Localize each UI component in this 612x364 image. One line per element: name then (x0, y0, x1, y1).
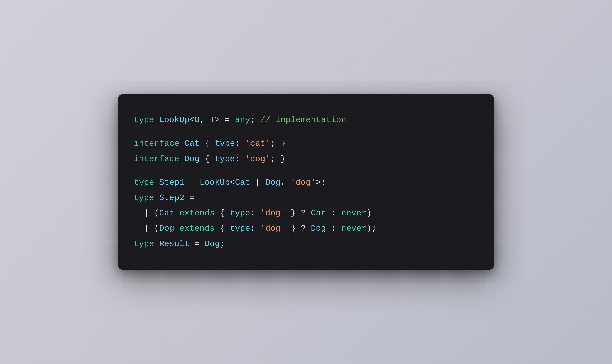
code-window: type LookUp<U, T> = any; // implementati… (118, 94, 494, 270)
code-line-2: interface Cat { type: 'cat'; } (134, 136, 478, 151)
code-line-4: type Step1 = LookUp<Cat | Dog, 'dog'>; (134, 175, 478, 190)
blank-line-1 (134, 128, 478, 136)
code-line-5: type Step2 = (134, 190, 478, 206)
code-line-6: | (Cat extends { type: 'dog' } ? Cat : n… (134, 206, 478, 221)
code-line-3: interface Dog { type: 'dog'; } (134, 151, 478, 167)
code-block: type LookUp<U, T> = any; // implementati… (134, 112, 478, 252)
code-line-7: | (Dog extends { type: 'dog' } ? Dog : n… (134, 221, 478, 236)
code-line-1: type LookUp<U, T> = any; // implementati… (134, 112, 478, 128)
code-line-8: type Result = Dog; (134, 236, 478, 252)
blank-line-2 (134, 167, 478, 175)
